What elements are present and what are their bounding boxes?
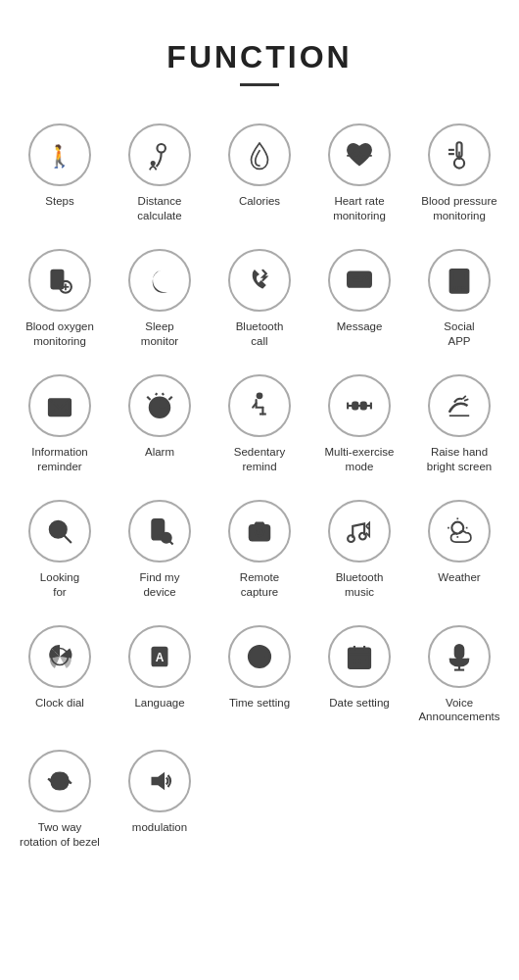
calories-label: Calories [239, 194, 280, 209]
rotation-label: Two wayrotation of bezel [20, 820, 100, 850]
item-voice: VoiceAnnouncements [409, 617, 509, 733]
svg-point-46 [348, 535, 354, 542]
item-find-device: Find mydevice [110, 492, 210, 608]
clock-dial-label: Clock dial [35, 696, 84, 710]
item-language: A Language [110, 617, 210, 733]
blood-pressure-icon [428, 123, 491, 186]
item-rotation: Two wayrotation of bezel [10, 742, 110, 858]
svg-rect-12 [348, 271, 371, 286]
message-label: Message [337, 319, 383, 334]
item-calories: Calories [210, 116, 309, 231]
function-grid: 🚶 Steps Distancecalculate Calories [0, 116, 519, 877]
sedentary-icon [228, 374, 291, 437]
item-time-setting: Time setting [210, 617, 309, 733]
looking-for-icon [28, 500, 91, 563]
remote-capture-label: Remotecapture [240, 570, 279, 600]
svg-text:A: A [156, 651, 165, 664]
item-social-app: APP SocialAPP [409, 241, 509, 357]
svg-point-45 [258, 530, 260, 533]
language-icon: A [128, 625, 191, 688]
svg-rect-8 [52, 270, 64, 289]
page-title: FUNCTION [0, 0, 519, 83]
svg-point-2 [151, 161, 156, 166]
blood-pressure-label: Blood pressuremonitoring [421, 194, 496, 223]
raise-hand-label: Raise handbright screen [427, 445, 492, 474]
svg-point-1 [157, 144, 165, 153]
voice-label: VoiceAnnouncements [418, 696, 499, 725]
svg-line-43 [169, 541, 172, 544]
social-app-icon: APP [428, 249, 491, 312]
item-date-setting: Date setting [309, 617, 409, 733]
raise-hand-icon [428, 374, 491, 437]
find-device-label: Find mydevice [140, 570, 180, 600]
distance-label: Distancecalculate [137, 194, 181, 223]
item-bluetooth-call: Bluetoothcall [210, 241, 309, 357]
remote-capture-icon [228, 500, 291, 563]
find-device-icon [128, 500, 191, 563]
svg-rect-72 [455, 645, 464, 659]
item-blood-pressure: Blood pressuremonitoring [409, 116, 509, 231]
item-clock-dial: Clock dial [10, 617, 110, 733]
date-setting-label: Date setting [329, 696, 389, 710]
item-message: Message [309, 241, 409, 357]
item-info-reminder: Informationreminder [10, 367, 110, 482]
language-label: Language [134, 696, 184, 710]
date-setting-icon [328, 625, 391, 688]
item-modulation: modulation [110, 742, 210, 858]
item-weather: Weather [409, 492, 509, 608]
bluetooth-call-label: Bluetoothcall [236, 319, 284, 349]
svg-point-16 [365, 276, 368, 279]
exercise-label: Multi-exercisemode [325, 445, 395, 474]
item-alarm: Alarm [110, 367, 210, 482]
modulation-icon [128, 750, 191, 812]
info-reminder-label: Informationreminder [31, 445, 88, 474]
item-looking-for: Lookingfor [10, 492, 110, 608]
svg-line-26 [156, 393, 158, 395]
calories-icon [228, 123, 291, 186]
svg-rect-18 [453, 272, 465, 281]
looking-for-label: Lookingfor [40, 570, 79, 600]
distance-icon [128, 123, 191, 186]
svg-point-47 [359, 532, 366, 539]
bluetooth-call-icon [228, 249, 291, 312]
item-sleep: Sleepmonitor [110, 241, 210, 357]
alarm-icon [128, 374, 191, 437]
item-sedentary: Sedentaryremind [210, 367, 309, 482]
blood-oxygen-label: Blood oxygenmonitoring [25, 319, 94, 349]
exercise-icon [328, 374, 391, 437]
bluetooth-music-label: Bluetoothmusic [336, 570, 384, 600]
svg-point-28 [257, 392, 263, 399]
item-steps: 🚶 Steps [10, 116, 110, 231]
item-remote-capture: Remotecapture [210, 492, 309, 608]
weather-label: Weather [438, 570, 480, 585]
alarm-label: Alarm [145, 445, 174, 460]
heart-rate-label: Heart ratemonitoring [333, 194, 386, 223]
item-distance: Distancecalculate [110, 116, 210, 231]
svg-line-39 [64, 535, 71, 543]
steps-icon: 🚶 [28, 123, 91, 186]
svg-marker-75 [152, 772, 165, 791]
modulation-label: modulation [132, 820, 187, 835]
weather-icon [428, 500, 491, 563]
svg-text:🚶: 🚶 [46, 143, 73, 170]
svg-rect-33 [361, 402, 366, 409]
sleep-label: Sleepmonitor [141, 319, 178, 349]
bluetooth-music-icon [328, 500, 391, 563]
sleep-icon [128, 249, 191, 312]
info-reminder-icon [28, 374, 91, 437]
social-app-label: SocialAPP [444, 319, 474, 349]
time-setting-icon [228, 625, 291, 688]
clock-dial-icon [28, 625, 91, 688]
sedentary-label: Sedentaryremind [234, 445, 285, 474]
voice-icon [428, 625, 491, 688]
heart-rate-icon [328, 123, 391, 186]
svg-rect-32 [353, 402, 357, 409]
item-bluetooth-music: Bluetoothmusic [309, 492, 409, 608]
steps-label: Steps [45, 194, 73, 209]
svg-text:APP: APP [452, 285, 466, 292]
svg-line-27 [163, 393, 165, 395]
item-raise-hand: Raise handbright screen [409, 367, 509, 482]
item-heart-rate: Heart ratemonitoring [309, 116, 409, 231]
time-setting-label: Time setting [229, 696, 290, 710]
item-blood-oxygen: Blood oxygenmonitoring [10, 241, 110, 357]
